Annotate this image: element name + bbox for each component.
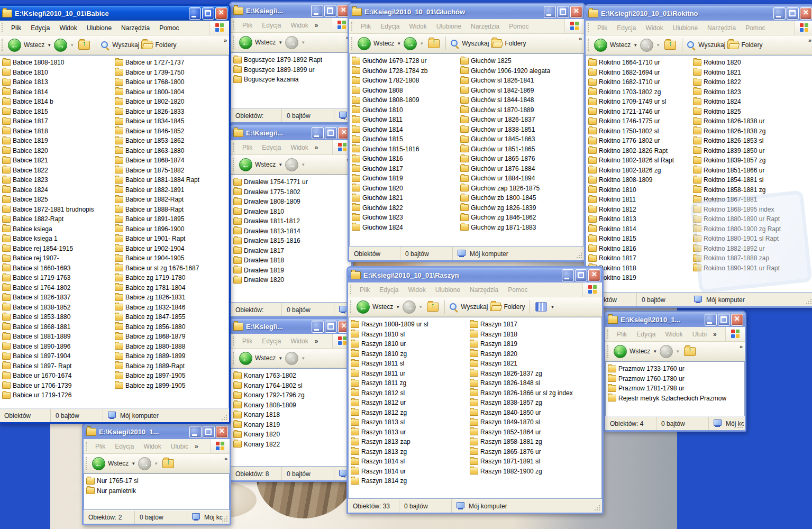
menu-item[interactable]: Widok (641, 24, 668, 32)
folder-item[interactable]: Głuchów zg 1871-1883 (460, 223, 550, 233)
folder-item[interactable]: Babice ur 1846-1852 (115, 126, 199, 136)
folder-item[interactable]: Rokitno 1819 (588, 273, 693, 283)
back-dropdown-caret[interactable]: ▼ (653, 349, 657, 354)
menu-overflow-chevron[interactable]: » (193, 443, 200, 450)
folder-item[interactable]: Rokitno 1746-1775 ur (588, 116, 693, 126)
folder-item[interactable]: Boguszyce 1879-1892 Rapt (233, 55, 322, 65)
folder-item[interactable]: Raszyn 1838-1857 zg (470, 398, 573, 408)
menu-item[interactable]: Widok (286, 338, 313, 345)
folder-item[interactable]: Rokitno 1824 (693, 97, 781, 107)
folder-item[interactable]: Babice 1817 (2, 116, 115, 126)
back-dropdown-caret[interactable]: ▼ (278, 40, 282, 45)
search-button[interactable]: Wyszukaj (101, 41, 139, 50)
folder-item[interactable]: Głuchów 1728-1784 zb (352, 66, 460, 76)
menu-item[interactable]: Ulubione (432, 23, 466, 30)
folder-item[interactable]: Babice zg 1868-1879 (115, 332, 199, 342)
back-dropdown-caret[interactable]: ▼ (47, 43, 51, 48)
folder-item[interactable]: Raszyn 1811 zg (351, 378, 470, 388)
folder-item[interactable]: Prazmow 1760-1780 ur (608, 374, 726, 384)
folder-item[interactable]: Raszyn 1826-1866 ur sl zg index (470, 388, 573, 398)
folder-item[interactable]: Raszyn 1814 sl (351, 457, 470, 467)
menu-item[interactable]: Pomoc (154, 24, 184, 32)
folder-item[interactable]: Babice 1814 (2, 87, 115, 97)
forward-button[interactable]: → (285, 36, 298, 49)
titlebar[interactable]: E:\Ksiegi\2010_10_01\Rokitno (586, 6, 812, 21)
folder-item[interactable]: Głuchów 1825 (460, 56, 550, 66)
folder-item[interactable]: Rokitno 1703-1802 zg (588, 87, 693, 97)
folder-item[interactable]: Rokitno 1814 (588, 224, 693, 234)
folder-item[interactable]: Raszyn 1865-1876 ur (470, 447, 573, 457)
back-button[interactable]: ←Wstecz (358, 37, 394, 50)
folder-item[interactable]: Głuchów 1810 (352, 105, 460, 115)
folder-item[interactable]: Raszyn 1821 (470, 359, 573, 369)
back-dropdown-caret[interactable]: ▼ (397, 41, 401, 46)
forward-dropdown-caret[interactable]: ▼ (656, 43, 660, 48)
forward-button[interactable]: → (285, 158, 298, 171)
folder-item[interactable]: Głuchów 1808 (352, 86, 460, 96)
folder-item[interactable]: Rokitno 1821 (693, 68, 781, 78)
views-dropdown-caret[interactable]: ▼ (550, 305, 554, 309)
up-button[interactable] (161, 459, 176, 468)
menu-item[interactable]: Pomoc (741, 24, 770, 32)
folder-item[interactable]: Głuchów 1816 (352, 154, 460, 164)
folder-item[interactable]: Babice 1825 (2, 195, 115, 205)
menu-item[interactable]: Ulubione (668, 24, 702, 32)
views-button[interactable]: ▼ (534, 302, 556, 312)
folder-item[interactable]: Konary 1818 (233, 410, 305, 420)
titlebar[interactable]: E:\Ksiegi\... (231, 125, 352, 140)
menu-item[interactable]: Widok (286, 22, 313, 29)
folder-item[interactable]: Głuchów 1820 (352, 184, 460, 194)
folder-item[interactable]: Rokitno 1709-1749 ur sl (588, 97, 693, 107)
menu-item[interactable]: Edycja (110, 443, 139, 450)
maximize-button[interactable] (202, 7, 214, 20)
forward-dropdown-caret[interactable]: ▼ (154, 461, 158, 466)
folder-item[interactable]: Drwalew 1815-1816 (233, 236, 308, 246)
folder-item[interactable]: Rokitno 1826-1853 sl (693, 136, 781, 146)
menu-item[interactable]: Plik (592, 24, 612, 32)
folder-item[interactable]: Babice ur 1868-1874 (115, 156, 199, 166)
menu-item[interactable]: Widok (660, 331, 687, 338)
folder-item[interactable]: Rokitno 1839-1857 zg (693, 156, 781, 166)
folder-item[interactable]: Rokitno 1818 (588, 263, 693, 273)
folder-item[interactable]: Babice 1822 (2, 166, 115, 176)
folder-item[interactable]: Babice ur 1904-1905 (115, 253, 199, 263)
folder-item[interactable]: Rokitno 1802-1826 Rapt (588, 146, 693, 156)
forward-dropdown-caret[interactable]: ▼ (419, 41, 424, 46)
folder-item[interactable]: Babice 1882-Rapt (2, 214, 115, 224)
folder-item[interactable]: Babice 1821 (2, 156, 115, 166)
back-dropdown-caret[interactable]: ▼ (278, 162, 282, 167)
maximize-button[interactable] (787, 7, 799, 20)
minimize-button[interactable] (544, 6, 556, 18)
folder-item[interactable]: Drwalew 1775-1802 (233, 187, 308, 197)
forward-button[interactable]: → (285, 352, 298, 365)
folder-item[interactable]: Głuchów 1679-1728 ur (352, 56, 460, 66)
minimize-button[interactable] (773, 7, 786, 20)
folder-item[interactable]: Babice ur 1706-1739 (2, 381, 115, 391)
minimize-button[interactable] (189, 426, 202, 438)
menu-item[interactable]: Plik (238, 338, 257, 345)
menu-item[interactable]: Pomoc (504, 23, 533, 30)
back-button[interactable]: ←Wstecz (614, 345, 650, 358)
folder-item[interactable]: Babice 1824 (2, 185, 115, 195)
back-button[interactable]: ←Wstecz (239, 352, 276, 365)
resize-grip[interactable] (599, 509, 600, 510)
menu-item[interactable]: Ulubic (166, 443, 193, 450)
folder-item[interactable]: Głuchów ur 1876-1884 (460, 164, 550, 174)
folder-item[interactable]: Głuchów ur 1851-1865 (460, 144, 550, 154)
folder-item[interactable]: Konary 1763-1802 (233, 371, 305, 381)
folder-item[interactable]: Babice ur 1881-1884 Rapt (115, 175, 199, 185)
folder-item[interactable]: Babice ur 1901- Rapt (115, 234, 199, 244)
folder-item[interactable]: Raszyn 1840-1850 ur (470, 408, 573, 418)
folder-item[interactable]: Raszyn 1810 zg (351, 349, 470, 359)
search-button[interactable]: Wyszukaj (450, 39, 489, 48)
folder-item[interactable]: Babice zg 1899-1905 (115, 381, 199, 391)
folder-item[interactable]: Głuchów 1808-1809 (352, 95, 460, 105)
maximize-button[interactable] (718, 314, 730, 326)
toolbar-overflow-chevron[interactable]: » (740, 343, 743, 350)
folder-item[interactable]: Babice 1823 (2, 175, 115, 185)
maximize-button[interactable] (575, 269, 587, 281)
menu-item[interactable]: Plik (356, 23, 376, 30)
folder-item[interactable]: Rokitno 1810 (588, 185, 693, 195)
folder-item[interactable]: Babice sl 1853-1880 (2, 312, 115, 322)
up-button[interactable] (77, 41, 92, 50)
